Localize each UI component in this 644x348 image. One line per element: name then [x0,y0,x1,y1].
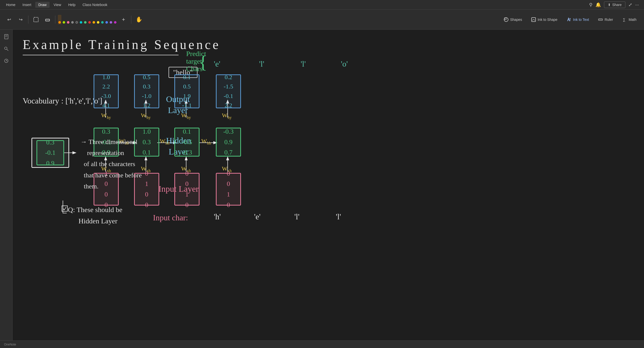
sidebar [0,30,13,340]
menu-insert[interactable]: Insert [19,2,34,8]
svg-text:∑: ∑ [623,18,625,22]
pen-orange2[interactable] [92,15,96,24]
predict-char-1: 'l' [259,59,264,69]
more-icon[interactable]: ··· [635,2,639,8]
toolbar-right: Shapes Ink to Shape Ink to Text [500,16,640,24]
pen-yellow[interactable] [96,15,100,24]
select-tool-button[interactable] [31,15,41,25]
q-checkbox [62,206,68,212]
hand-tool-button[interactable]: ✋ [134,15,144,25]
undo-button[interactable]: ↩ [4,15,14,25]
hidden-state-inner-box: 0.3-0.10.9 [36,140,64,165]
menu-draw[interactable]: Draw [35,2,50,8]
why-label-0: Why [101,112,111,120]
title-underline [23,55,179,55]
why-label-2: Why [181,112,191,120]
share-button[interactable]: ⬆ Share [604,2,625,8]
svg-line-17 [7,49,8,51]
predict-char-0: 'e' [214,59,220,69]
whh-label-2: Whh [201,138,211,145]
pen-dark2[interactable] [75,15,78,24]
output-box-2: 0.10.51.9-1.1 [174,74,199,108]
expand-icon[interactable]: ⤢ [628,2,632,8]
sidebar-notebook-icon[interactable] [2,33,10,41]
pen-blue[interactable] [105,15,108,24]
eraser-button[interactable] [43,15,53,25]
input-char-1: 'e' [254,212,261,221]
toolbar-divider-2 [55,16,55,24]
ink-to-text-label: Ink to Text [573,18,589,22]
hidden-box-3: -0.30.90.7 [216,128,241,157]
pen-cyan[interactable] [79,15,83,24]
svg-rect-0 [34,17,38,22]
input-box-2: 0010 [174,173,199,206]
input-char-label: Input char: [153,213,188,222]
pen-orange[interactable] [58,15,61,24]
menu-home[interactable]: Home [3,2,18,8]
ruler-label: Ruler [605,18,613,22]
input-box-3: 0010 [216,173,241,206]
canvas: Example Training Sequence "hello" Vocabu… [13,30,644,340]
svg-point-16 [5,47,7,49]
menu-view[interactable]: View [51,2,64,8]
output-box-0: 1.02.2-3.04.1 [94,74,119,108]
share-icon: ⬆ [608,3,611,7]
pen-red[interactable] [88,15,91,24]
toolbar-divider-1 [28,16,28,24]
input-char-0: 'h' [214,212,221,221]
shapes-button[interactable]: Shapes [500,16,526,24]
status-bar: OneNote [0,340,644,348]
menu-help[interactable]: Help [65,2,78,8]
math-button[interactable]: ∑ Math [619,16,640,24]
hidden-state-box: 0.3-0.10.9 [31,138,69,168]
ink-to-shape-label: Ink to Shape [538,18,557,22]
ruler-button[interactable]: Ruler [594,16,616,24]
shapes-label: Shapes [510,18,522,22]
pen-magenta[interactable] [113,15,117,24]
math-label: Math [629,18,636,22]
menu-class-notebook[interactable]: Class Notebook [79,2,110,8]
pen-pink[interactable] [66,15,70,24]
predict-char-2: 'l' [301,59,306,69]
share-label: Share [612,3,622,7]
vocabulary-text: Vocabulary : ['h','e','l','o'] [23,96,102,106]
output-box-3: 0.2-1.5-0.12.2 [216,74,241,108]
menu-bar: Home Insert Draw View Help Class Noteboo… [0,0,644,10]
sidebar-search-icon[interactable] [2,45,10,53]
canvas-content: Example Training Sequence "hello" Vocabu… [13,30,644,340]
svg-rect-12 [5,34,8,39]
description-text: → Three dimensional representation of al… [80,136,142,192]
pen-purple[interactable] [109,15,113,24]
toolbar: ↩ ↪ [0,10,644,30]
redo-button[interactable]: ↪ [16,15,26,25]
ink-to-shape-button[interactable]: Ink to Shape [528,16,561,24]
hidden-box-2: 0.1-0.5-0.3 [174,128,199,157]
topright-area: ⚲ 🔔 ⬆ Share ⤢ ··· [589,0,644,10]
question-text: Q: These should be Hidden Layer [68,204,122,227]
pen-dark[interactable] [71,15,74,24]
pen-tools [58,15,117,24]
toolbar-divider-3 [131,16,131,24]
predict-char-3: 'o' [341,59,348,69]
ink-to-text-button[interactable]: Ink to Text [563,16,593,24]
why-label-3: Why [222,112,232,120]
sidebar-history-icon[interactable] [2,57,10,65]
notification-icon[interactable]: 🔔 [595,2,601,8]
add-pen-button[interactable]: + [118,15,129,25]
status-text: OneNote [4,343,16,346]
input-char-2: 'l' [294,212,299,221]
output-box-1: 0.50.3-1.01.2 [134,74,159,108]
curly-brace: { [199,52,208,73]
why-label-1: Why [141,112,151,120]
input-char-3: 'l' [336,212,341,221]
whh-label-1: Whh [160,138,170,145]
pen-green[interactable] [84,15,87,24]
pen-yellow-green[interactable] [62,15,66,24]
search-icon[interactable]: ⚲ [589,2,592,8]
pen-teal[interactable] [101,15,104,24]
